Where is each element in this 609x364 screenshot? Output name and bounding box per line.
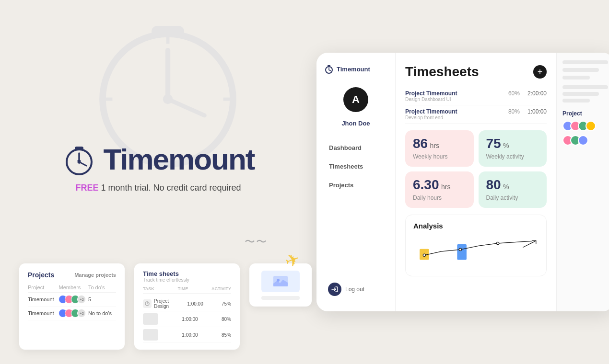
- ts-data-row: ProjectDesign 1:00:00 75%: [143, 296, 231, 311]
- image-thumb: [261, 271, 300, 292]
- ts-task-name: [143, 329, 158, 341]
- rp-line: [562, 60, 608, 64]
- stat-unit: %: [503, 142, 509, 149]
- db-main-content: Timesheets + Project Timemount Design Da…: [396, 53, 556, 311]
- timesheet-header-row: TASK TIME ACTIVITY: [143, 286, 231, 294]
- svg-point-27: [497, 242, 499, 244]
- db-logo-icon: [324, 64, 334, 74]
- stat-value: 6.30: [413, 177, 439, 192]
- ts-task-placeholder: [143, 313, 158, 325]
- rp-line: [562, 85, 608, 89]
- project-name: Timemount: [28, 293, 59, 307]
- col-todos: To do's: [88, 283, 116, 293]
- svg-point-25: [423, 254, 425, 256]
- svg-line-21: [329, 70, 331, 71]
- avatar: [578, 135, 588, 146]
- entry-info: Project Timemount Develop front end: [405, 108, 501, 120]
- entry-project: Project Timemount: [405, 108, 501, 115]
- placeholder-line: [261, 296, 300, 300]
- project-todos: No to do's: [88, 307, 116, 320]
- rp-avatar-row-1: [562, 121, 608, 131]
- right-panel-project-label: Project: [562, 110, 608, 117]
- entry-info: Project Timemount Design Dashboard UI: [405, 90, 501, 102]
- ts-task-icon: [143, 299, 152, 308]
- rp-line: [562, 99, 590, 102]
- stat-unit: hrs: [441, 183, 450, 191]
- avatar: [586, 121, 596, 131]
- avatar-count: +2: [77, 295, 86, 304]
- ts-task-name: [143, 313, 158, 325]
- rp-line: [562, 76, 590, 80]
- table-row: Timemount +2 No to do's: [28, 307, 116, 320]
- stat-number-row: 86 hrs: [413, 137, 466, 150]
- entry-percent: 80%: [508, 108, 520, 115]
- projects-card-title: Projects: [28, 271, 54, 279]
- db-sidebar: Timemount A Jhon Doe Dashboard Timesheet…: [316, 53, 396, 311]
- stat-number-row: 75 %: [486, 137, 539, 150]
- project-todos: 5: [88, 293, 116, 307]
- ts-activity: 80%: [222, 317, 231, 322]
- svg-rect-24: [457, 244, 467, 260]
- svg-rect-9: [75, 147, 83, 150]
- db-main-header: Timesheets +: [405, 64, 547, 80]
- stat-value: 86: [413, 136, 428, 151]
- ts-task-label: ProjectDesign: [154, 298, 169, 309]
- page-title: Timesheets: [405, 64, 479, 80]
- logout-label: Log out: [345, 286, 364, 293]
- db-right-panel: Project: [556, 53, 609, 311]
- dashboard-window: Timemount A Jhon Doe Dashboard Timesheet…: [316, 53, 609, 311]
- tagline: FREE 1 month trial. No credit card requi…: [75, 183, 241, 193]
- analysis-title: Analysis: [413, 222, 539, 230]
- timesheet-card-title: Time sheets: [143, 270, 231, 277]
- entry-time: 2:00:00: [527, 90, 547, 97]
- db-user-avatar: A: [343, 87, 368, 112]
- stat-label: Daily activity: [486, 194, 539, 201]
- db-username: Jhon Doe: [324, 120, 387, 127]
- entry-project: Project Timemount: [405, 90, 501, 97]
- entry-time: 1:00:00: [527, 108, 547, 115]
- right-panel-placeholder-lines: [562, 60, 608, 80]
- add-button[interactable]: +: [533, 65, 547, 79]
- right-panel-spacer: [562, 85, 608, 102]
- projects-card-header: Projects Manage projects: [28, 271, 116, 279]
- image-placeholder-card: [249, 263, 312, 307]
- ts-task-placeholder: [143, 329, 158, 341]
- ts-col-task: TASK: [143, 286, 154, 291]
- ts-col-activity: ACTIVITY: [211, 286, 231, 291]
- stat-number-row: 80 %: [486, 178, 539, 192]
- ts-time: 1:00:00: [182, 332, 198, 338]
- entry-task: Design Dashboard UI: [405, 97, 501, 102]
- project-members: +2: [59, 307, 88, 320]
- logout-button[interactable]: Log out: [324, 279, 387, 300]
- brand-logo: T Timemount: [62, 142, 255, 176]
- svg-rect-19: [328, 65, 330, 67]
- table-row: Timemount +2 5: [28, 293, 116, 307]
- svg-text:T: T: [77, 159, 81, 166]
- sidebar-item-dashboard[interactable]: Dashboard: [324, 140, 387, 155]
- stat-daily-hours: 6.30 hrs Daily hours: [405, 171, 474, 208]
- rp-line: [562, 92, 599, 96]
- col-members: Members: [59, 283, 88, 293]
- stat-label: Weekly activity: [486, 153, 539, 160]
- timesheet-entry-1: Project Timemount Design Dashboard UI 60…: [405, 87, 547, 105]
- ts-activity: 85%: [222, 332, 231, 338]
- stat-unit: hrs: [430, 142, 439, 149]
- col-project: Project: [28, 283, 59, 293]
- project-members: +2: [59, 293, 88, 307]
- ts-activity: 75%: [222, 301, 231, 307]
- floating-cards-area: Projects Manage projects Project Members…: [19, 263, 312, 350]
- svg-point-26: [459, 248, 461, 250]
- sidebar-item-timesheets[interactable]: Timesheets: [324, 159, 387, 174]
- ts-time: 1:00:00: [182, 317, 198, 322]
- ts-time: 1:00:00: [187, 301, 203, 307]
- projects-card-manage: Manage projects: [74, 272, 116, 278]
- timesheet-card-subtitle: Track time effortlessly: [143, 277, 231, 283]
- brand-name: Timemount: [104, 142, 255, 176]
- project-name: Timemount: [28, 307, 59, 320]
- stat-weekly-hours: 86 hrs Weekly hours: [405, 130, 474, 167]
- sidebar-item-projects[interactable]: Projects: [324, 178, 387, 193]
- rp-line: [562, 68, 599, 72]
- tagline-rest: 1 month trial. No credit card required: [98, 183, 241, 193]
- db-logo-text: Timemount: [337, 66, 370, 73]
- stat-number-row: 6.30 hrs: [413, 178, 466, 192]
